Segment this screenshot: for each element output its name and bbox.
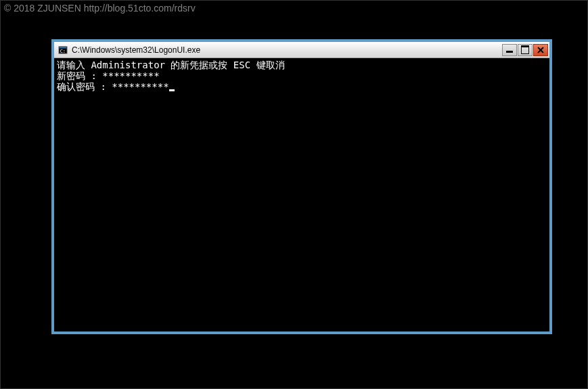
cursor-icon (169, 89, 175, 91)
new-password-value: ********** (102, 70, 159, 81)
watermark-text: © 2018 ZJUNSEN http://blog.51cto.com/rds… (4, 3, 196, 14)
window-title: C:\Windows\system32\LogonUI.exe (72, 45, 502, 55)
close-button[interactable] (533, 44, 548, 56)
confirm-password-line: 确认密码 : ********** (57, 81, 547, 92)
prompt-line: 请输入 Administrator 的新凭据或按 ESC 键取消 (57, 60, 547, 70)
console-window: C: C:\Windows\system32\LogonUI.exe 请输入 A… (51, 39, 552, 334)
minimize-button[interactable] (502, 44, 517, 56)
new-password-line: 新密码 : ********** (57, 70, 547, 81)
titlebar[interactable]: C: C:\Windows\system32\LogonUI.exe (54, 42, 549, 58)
confirm-password-label: 确认密码 : (57, 81, 112, 92)
confirm-password-value: ********** (112, 81, 168, 92)
window-controls (502, 44, 548, 56)
app-icon: C: (58, 45, 68, 55)
maximize-button[interactable] (518, 44, 533, 56)
console-output[interactable]: 请输入 Administrator 的新凭据或按 ESC 键取消新密码 : **… (54, 58, 549, 331)
new-password-label: 新密码 : (57, 70, 102, 81)
svg-text:C:: C: (60, 48, 66, 53)
